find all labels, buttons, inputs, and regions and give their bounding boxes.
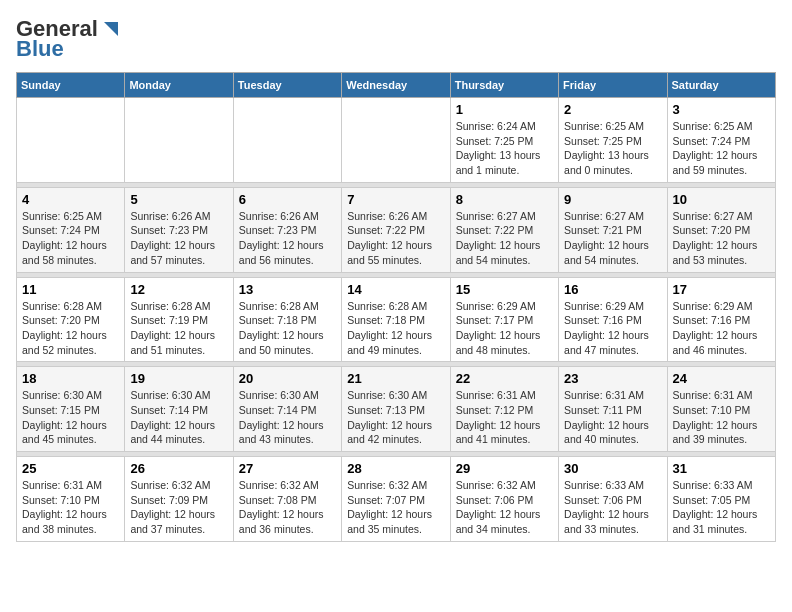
calendar-cell: 7Sunrise: 6:26 AM Sunset: 7:22 PM Daylig… xyxy=(342,187,450,272)
calendar-cell: 5Sunrise: 6:26 AM Sunset: 7:23 PM Daylig… xyxy=(125,187,233,272)
day-info: Sunrise: 6:31 AM Sunset: 7:12 PM Dayligh… xyxy=(456,388,553,447)
day-info: Sunrise: 6:27 AM Sunset: 7:21 PM Dayligh… xyxy=(564,209,661,268)
calendar-cell: 8Sunrise: 6:27 AM Sunset: 7:22 PM Daylig… xyxy=(450,187,558,272)
day-info: Sunrise: 6:30 AM Sunset: 7:14 PM Dayligh… xyxy=(130,388,227,447)
calendar-cell: 21Sunrise: 6:30 AM Sunset: 7:13 PM Dayli… xyxy=(342,367,450,452)
day-number: 30 xyxy=(564,461,661,476)
logo: General Blue xyxy=(16,16,122,62)
day-number: 9 xyxy=(564,192,661,207)
calendar-cell: 12Sunrise: 6:28 AM Sunset: 7:19 PM Dayli… xyxy=(125,277,233,362)
day-number: 31 xyxy=(673,461,770,476)
calendar-cell: 6Sunrise: 6:26 AM Sunset: 7:23 PM Daylig… xyxy=(233,187,341,272)
day-info: Sunrise: 6:27 AM Sunset: 7:20 PM Dayligh… xyxy=(673,209,770,268)
day-info: Sunrise: 6:33 AM Sunset: 7:05 PM Dayligh… xyxy=(673,478,770,537)
calendar-week-4: 18Sunrise: 6:30 AM Sunset: 7:15 PM Dayli… xyxy=(17,367,776,452)
col-header-thursday: Thursday xyxy=(450,73,558,98)
calendar-cell xyxy=(125,98,233,183)
day-number: 18 xyxy=(22,371,119,386)
day-number: 17 xyxy=(673,282,770,297)
calendar-cell: 10Sunrise: 6:27 AM Sunset: 7:20 PM Dayli… xyxy=(667,187,775,272)
day-info: Sunrise: 6:26 AM Sunset: 7:23 PM Dayligh… xyxy=(130,209,227,268)
day-number: 8 xyxy=(456,192,553,207)
day-info: Sunrise: 6:26 AM Sunset: 7:23 PM Dayligh… xyxy=(239,209,336,268)
day-number: 5 xyxy=(130,192,227,207)
day-info: Sunrise: 6:29 AM Sunset: 7:17 PM Dayligh… xyxy=(456,299,553,358)
calendar-cell: 17Sunrise: 6:29 AM Sunset: 7:16 PM Dayli… xyxy=(667,277,775,362)
day-info: Sunrise: 6:25 AM Sunset: 7:24 PM Dayligh… xyxy=(673,119,770,178)
day-number: 6 xyxy=(239,192,336,207)
day-info: Sunrise: 6:31 AM Sunset: 7:11 PM Dayligh… xyxy=(564,388,661,447)
day-number: 21 xyxy=(347,371,444,386)
calendar-week-3: 11Sunrise: 6:28 AM Sunset: 7:20 PM Dayli… xyxy=(17,277,776,362)
day-number: 10 xyxy=(673,192,770,207)
day-number: 19 xyxy=(130,371,227,386)
day-number: 27 xyxy=(239,461,336,476)
day-info: Sunrise: 6:24 AM Sunset: 7:25 PM Dayligh… xyxy=(456,119,553,178)
calendar-cell: 1Sunrise: 6:24 AM Sunset: 7:25 PM Daylig… xyxy=(450,98,558,183)
day-info: Sunrise: 6:26 AM Sunset: 7:22 PM Dayligh… xyxy=(347,209,444,268)
logo-blue: Blue xyxy=(16,36,64,62)
day-info: Sunrise: 6:32 AM Sunset: 7:09 PM Dayligh… xyxy=(130,478,227,537)
calendar-cell: 19Sunrise: 6:30 AM Sunset: 7:14 PM Dayli… xyxy=(125,367,233,452)
header-row: SundayMondayTuesdayWednesdayThursdayFrid… xyxy=(17,73,776,98)
calendar-cell xyxy=(342,98,450,183)
day-info: Sunrise: 6:28 AM Sunset: 7:19 PM Dayligh… xyxy=(130,299,227,358)
day-number: 16 xyxy=(564,282,661,297)
day-info: Sunrise: 6:30 AM Sunset: 7:13 PM Dayligh… xyxy=(347,388,444,447)
day-number: 23 xyxy=(564,371,661,386)
calendar-cell: 20Sunrise: 6:30 AM Sunset: 7:14 PM Dayli… xyxy=(233,367,341,452)
calendar-cell: 3Sunrise: 6:25 AM Sunset: 7:24 PM Daylig… xyxy=(667,98,775,183)
day-number: 4 xyxy=(22,192,119,207)
day-info: Sunrise: 6:32 AM Sunset: 7:08 PM Dayligh… xyxy=(239,478,336,537)
day-info: Sunrise: 6:32 AM Sunset: 7:06 PM Dayligh… xyxy=(456,478,553,537)
day-number: 13 xyxy=(239,282,336,297)
day-info: Sunrise: 6:29 AM Sunset: 7:16 PM Dayligh… xyxy=(673,299,770,358)
day-number: 20 xyxy=(239,371,336,386)
calendar-cell: 15Sunrise: 6:29 AM Sunset: 7:17 PM Dayli… xyxy=(450,277,558,362)
calendar-cell: 13Sunrise: 6:28 AM Sunset: 7:18 PM Dayli… xyxy=(233,277,341,362)
day-number: 2 xyxy=(564,102,661,117)
day-info: Sunrise: 6:30 AM Sunset: 7:15 PM Dayligh… xyxy=(22,388,119,447)
col-header-wednesday: Wednesday xyxy=(342,73,450,98)
calendar-cell: 25Sunrise: 6:31 AM Sunset: 7:10 PM Dayli… xyxy=(17,457,125,542)
day-number: 11 xyxy=(22,282,119,297)
day-info: Sunrise: 6:28 AM Sunset: 7:20 PM Dayligh… xyxy=(22,299,119,358)
day-number: 24 xyxy=(673,371,770,386)
calendar-cell: 18Sunrise: 6:30 AM Sunset: 7:15 PM Dayli… xyxy=(17,367,125,452)
day-number: 29 xyxy=(456,461,553,476)
day-number: 14 xyxy=(347,282,444,297)
day-info: Sunrise: 6:27 AM Sunset: 7:22 PM Dayligh… xyxy=(456,209,553,268)
day-info: Sunrise: 6:28 AM Sunset: 7:18 PM Dayligh… xyxy=(347,299,444,358)
calendar-cell: 28Sunrise: 6:32 AM Sunset: 7:07 PM Dayli… xyxy=(342,457,450,542)
calendar-cell: 26Sunrise: 6:32 AM Sunset: 7:09 PM Dayli… xyxy=(125,457,233,542)
day-number: 12 xyxy=(130,282,227,297)
col-header-sunday: Sunday xyxy=(17,73,125,98)
col-header-tuesday: Tuesday xyxy=(233,73,341,98)
calendar-cell: 9Sunrise: 6:27 AM Sunset: 7:21 PM Daylig… xyxy=(559,187,667,272)
calendar-cell xyxy=(233,98,341,183)
day-info: Sunrise: 6:31 AM Sunset: 7:10 PM Dayligh… xyxy=(673,388,770,447)
day-number: 7 xyxy=(347,192,444,207)
calendar-cell: 11Sunrise: 6:28 AM Sunset: 7:20 PM Dayli… xyxy=(17,277,125,362)
calendar-table: SundayMondayTuesdayWednesdayThursdayFrid… xyxy=(16,72,776,542)
calendar-cell: 4Sunrise: 6:25 AM Sunset: 7:24 PM Daylig… xyxy=(17,187,125,272)
col-header-friday: Friday xyxy=(559,73,667,98)
calendar-week-5: 25Sunrise: 6:31 AM Sunset: 7:10 PM Dayli… xyxy=(17,457,776,542)
calendar-cell: 24Sunrise: 6:31 AM Sunset: 7:10 PM Dayli… xyxy=(667,367,775,452)
calendar-cell: 23Sunrise: 6:31 AM Sunset: 7:11 PM Dayli… xyxy=(559,367,667,452)
calendar-cell: 2Sunrise: 6:25 AM Sunset: 7:25 PM Daylig… xyxy=(559,98,667,183)
logo-arrow-icon xyxy=(100,18,122,40)
calendar-week-1: 1Sunrise: 6:24 AM Sunset: 7:25 PM Daylig… xyxy=(17,98,776,183)
calendar-cell: 31Sunrise: 6:33 AM Sunset: 7:05 PM Dayli… xyxy=(667,457,775,542)
calendar-cell: 22Sunrise: 6:31 AM Sunset: 7:12 PM Dayli… xyxy=(450,367,558,452)
calendar-cell xyxy=(17,98,125,183)
day-number: 28 xyxy=(347,461,444,476)
day-number: 15 xyxy=(456,282,553,297)
day-number: 1 xyxy=(456,102,553,117)
calendar-cell: 16Sunrise: 6:29 AM Sunset: 7:16 PM Dayli… xyxy=(559,277,667,362)
svg-marker-0 xyxy=(104,22,118,36)
day-number: 3 xyxy=(673,102,770,117)
day-info: Sunrise: 6:25 AM Sunset: 7:24 PM Dayligh… xyxy=(22,209,119,268)
day-number: 22 xyxy=(456,371,553,386)
col-header-saturday: Saturday xyxy=(667,73,775,98)
